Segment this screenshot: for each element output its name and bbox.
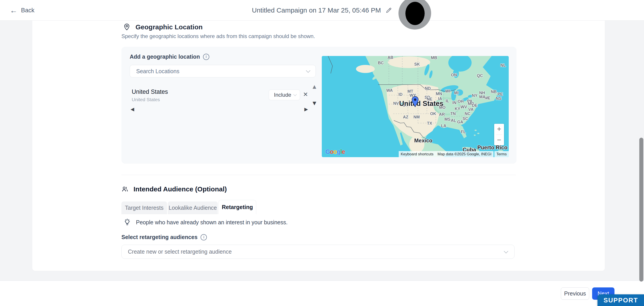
chevron-down-icon (294, 93, 297, 96)
info-icon[interactable]: i (200, 234, 207, 240)
location-pin-icon (412, 95, 418, 108)
avatar-silhouette (406, 2, 425, 25)
audience-tab[interactable]: Target Interests (122, 201, 167, 214)
audience-tab[interactable]: Lookalike Audience (168, 201, 218, 214)
map-data-text: Map data ©2025 Google, INEGI (435, 151, 493, 157)
previous-button[interactable]: Previous (561, 287, 589, 300)
retargeting-hint: People who have already shown an interes… (124, 218, 288, 226)
geo-section-header: Geographic Location (123, 23, 202, 31)
section-divider (122, 175, 516, 175)
remove-location-button[interactable]: ✕ (303, 92, 308, 98)
search-locations-select[interactable]: Search Locations (130, 65, 316, 78)
people-icon (122, 186, 128, 193)
geo-section-title: Geographic Location (136, 23, 202, 31)
zoom-out-button[interactable]: − (494, 135, 504, 146)
campaign-form-card: Geographic Location Specify the geograph… (32, 21, 605, 271)
geo-location-panel: Add a geographic location i Search Locat… (122, 47, 516, 164)
keyboard-shortcuts-link[interactable]: Keyboard shortcuts (399, 151, 435, 157)
retargeting-audience-select[interactable]: Create new or select retargeting audienc… (122, 245, 514, 259)
back-arrow-icon: ← (10, 7, 18, 14)
chevron-down-icon (306, 68, 310, 73)
page-title: Untitled Campaign on 17 Mar 25, 05:46 PM (252, 7, 381, 14)
support-button[interactable]: SUPPORT (598, 294, 644, 306)
audience-tab[interactable]: Retargeting (218, 200, 256, 214)
audience-section-title: Intended Audience (Optional) (134, 185, 227, 193)
scroll-up-arrow[interactable]: ▲ (312, 84, 316, 89)
retargeting-select-label: Select retargeting audiences i (122, 234, 207, 240)
back-label: Back (21, 7, 34, 14)
retargeting-select-placeholder: Create new or select retargeting audienc… (128, 248, 232, 255)
campaign-setup-screen: ← Back Untitled Campaign on 17 Mar 25, 0… (0, 0, 644, 306)
top-bar: ← Back Untitled Campaign on 17 Mar 25, 0… (0, 0, 644, 21)
location-name: United States (132, 88, 168, 95)
zoom-in-button[interactable]: + (494, 124, 504, 135)
bottom-action-bar: Previous Next (0, 280, 644, 306)
lightbulb-icon (124, 218, 131, 226)
map-zoom-control: + − (494, 124, 504, 145)
back-button[interactable]: ← Back (10, 0, 34, 21)
geo-section-description: Specify the geographic locations where a… (122, 33, 315, 39)
chevron-down-icon (504, 249, 508, 253)
search-locations-placeholder: Search Locations (136, 68, 179, 75)
scroll-down-arrow[interactable]: ▼ (312, 101, 316, 106)
google-map[interactable]: BC AB SK MB ON QC NL NB (322, 56, 509, 157)
audience-tabs: Target Interests Lookalike Audience Reta… (122, 200, 256, 214)
location-sublabel: United States (132, 97, 160, 102)
add-location-label: Add a geographic location i (130, 54, 209, 60)
scroll-right-arrow[interactable]: ▶ (304, 107, 308, 112)
page-scrollbar-thumb[interactable] (639, 138, 643, 281)
terms-link[interactable]: Terms (494, 151, 509, 157)
google-logo: Google (325, 148, 345, 155)
audience-section-header: Intended Audience (Optional) (122, 185, 227, 193)
retargeting-hint-text: People who have already shown an interes… (136, 219, 288, 226)
include-mode-dropdown[interactable]: Include (269, 90, 300, 100)
info-icon[interactable]: i (203, 54, 209, 60)
map-pin-icon (123, 23, 130, 31)
edit-pencil-icon[interactable] (386, 7, 392, 14)
map-attribution: Keyboard shortcuts Map data ©2025 Google… (399, 151, 509, 157)
scroll-left-arrow[interactable]: ◀ (130, 107, 134, 112)
